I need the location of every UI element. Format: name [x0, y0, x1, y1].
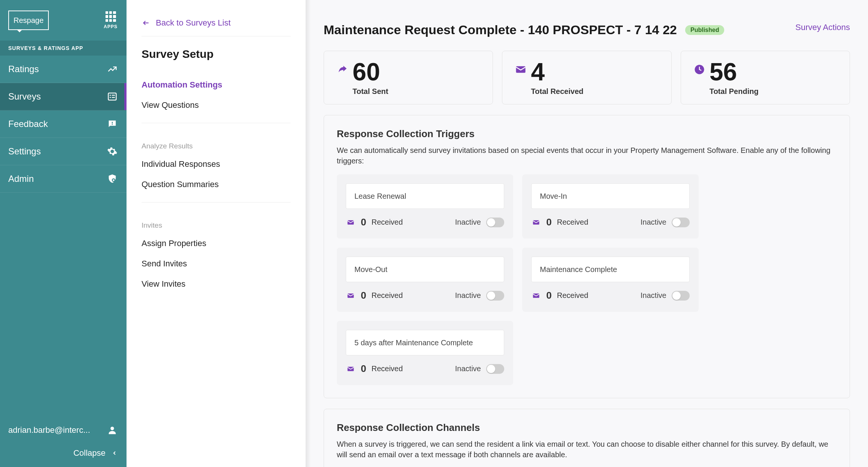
- triggers-section: Response Collection Triggers We can auto…: [324, 115, 850, 398]
- setup-panel: Back to Surveys List Survey Setup Automa…: [127, 0, 306, 467]
- section-label: SURVEYS & RATINGS APP: [0, 41, 127, 56]
- trigger-received-label: Received: [371, 218, 402, 227]
- clock-icon: [694, 64, 705, 75]
- apps-icon: [105, 11, 116, 22]
- trigger-title: Lease Renewal: [346, 183, 504, 209]
- gear-icon: [107, 146, 118, 157]
- trigger-status: Inactive: [640, 218, 666, 227]
- stat-pending-label: Total Pending: [710, 87, 837, 96]
- nav-feedback[interactable]: Feedback: [0, 110, 127, 138]
- nav-admin-label: Admin: [8, 174, 34, 184]
- trigger-title: 5 days after Maintenance Complete: [346, 330, 504, 355]
- nav-surveys-label: Surveys: [8, 91, 41, 102]
- stat-total-pending: 56 Total Pending: [681, 51, 850, 104]
- apps-label: APPS: [104, 24, 118, 29]
- share-icon: [337, 64, 348, 75]
- apps-button[interactable]: APPS: [104, 11, 118, 29]
- sidebar: Respage APPS SURVEYS & RATINGS APP Ratin…: [0, 0, 127, 467]
- mail-icon: [515, 64, 526, 75]
- status-badge: Published: [685, 25, 724, 35]
- mail-icon: [346, 219, 356, 226]
- trigger-count: 0: [361, 290, 366, 301]
- svg-point-8: [113, 179, 115, 181]
- trigger-card: Lease Renewal 0 Received Inactive: [337, 174, 513, 239]
- back-link[interactable]: Back to Surveys List: [142, 18, 291, 28]
- trigger-toggle[interactable]: [486, 291, 504, 301]
- back-link-label: Back to Surveys List: [156, 18, 231, 28]
- trigger-title: Move-In: [531, 183, 690, 209]
- setup-view-invites[interactable]: View Invites: [142, 274, 291, 294]
- trigger-count: 0: [546, 216, 552, 228]
- trigger-received-label: Received: [371, 364, 402, 373]
- setup-send-invites[interactable]: Send Invites: [142, 254, 291, 274]
- trigger-toggle[interactable]: [672, 218, 690, 227]
- setup-automation[interactable]: Automation Settings: [142, 75, 291, 95]
- trigger-toggle[interactable]: [486, 218, 504, 227]
- invites-heading: Invites: [142, 214, 291, 233]
- setup-view-questions[interactable]: View Questions: [142, 95, 291, 115]
- survey-actions-button[interactable]: Survey Actions: [795, 23, 850, 32]
- user-email: adrian.barbe@interc...: [8, 425, 90, 435]
- stat-pending-value: 56: [710, 59, 737, 84]
- trigger-received-label: Received: [371, 291, 402, 300]
- trigger-title: Move-Out: [346, 257, 504, 282]
- svg-point-9: [110, 427, 114, 430]
- trigger-card: Maintenance Complete 0 Received Inactive: [522, 248, 699, 312]
- nav-settings[interactable]: Settings: [0, 138, 127, 165]
- stat-sent-label: Total Sent: [353, 87, 480, 96]
- svg-rect-3: [110, 97, 111, 98]
- trigger-card: Move-In 0 Received Inactive: [522, 174, 699, 239]
- svg-rect-2: [112, 95, 115, 95]
- nav-feedback-label: Feedback: [8, 119, 48, 129]
- nav-surveys[interactable]: Surveys: [0, 83, 127, 110]
- trigger-card: 5 days after Maintenance Complete 0 Rece…: [337, 321, 513, 385]
- svg-rect-0: [108, 93, 116, 100]
- triggers-heading: Response Collection Triggers: [337, 128, 837, 140]
- chat-alert-icon: [107, 119, 118, 129]
- shield-gear-icon: [107, 174, 118, 184]
- stat-total-sent: 60 Total Sent: [324, 51, 493, 104]
- svg-rect-6: [112, 124, 113, 125]
- mail-icon: [531, 292, 541, 299]
- trigger-title: Maintenance Complete: [531, 257, 690, 282]
- collapse-label: Collapse: [73, 448, 105, 458]
- page-title: Maintenance Request Complete - 140 PROSP…: [324, 23, 677, 37]
- setup-assign-properties[interactable]: Assign Properties: [142, 233, 291, 254]
- mail-icon: [346, 292, 356, 299]
- stat-received-label: Total Received: [531, 87, 658, 96]
- stat-total-received: 4 Total Received: [502, 51, 671, 104]
- stat-sent-value: 60: [353, 59, 380, 84]
- mail-icon: [346, 365, 356, 373]
- trigger-received-label: Received: [557, 218, 588, 227]
- trigger-status: Inactive: [455, 291, 481, 300]
- channels-desc: When a survey is triggered, we can send …: [337, 439, 837, 460]
- trigger-toggle[interactable]: [486, 364, 504, 374]
- stat-received-value: 4: [531, 59, 545, 84]
- setup-question-summaries[interactable]: Question Summaries: [142, 174, 291, 195]
- user-row[interactable]: adrian.barbe@interc...: [0, 417, 127, 443]
- chevron-left-icon: [112, 449, 118, 458]
- svg-rect-1: [110, 95, 111, 95]
- panel-title: Survey Setup: [142, 48, 291, 60]
- arrow-left-icon: [142, 19, 151, 27]
- nav-ratings[interactable]: Ratings: [0, 56, 127, 83]
- trending-up-icon: [107, 64, 118, 74]
- analyze-heading: Analyze Results: [142, 135, 291, 154]
- channels-section: Response Collection Channels When a surv…: [324, 409, 850, 467]
- user-icon: [107, 425, 118, 435]
- channels-heading: Response Collection Channels: [337, 422, 837, 434]
- main-content: Maintenance Request Complete - 140 PROSP…: [306, 0, 868, 467]
- trigger-toggle[interactable]: [672, 291, 690, 301]
- brand-logo[interactable]: Respage: [8, 11, 49, 30]
- trigger-received-label: Received: [557, 291, 588, 300]
- trigger-status: Inactive: [640, 291, 666, 300]
- setup-individual-responses[interactable]: Individual Responses: [142, 154, 291, 174]
- trigger-count: 0: [546, 290, 552, 301]
- mail-icon: [531, 219, 541, 226]
- list-icon: [107, 91, 118, 102]
- nav-settings-label: Settings: [8, 146, 41, 157]
- nav-admin[interactable]: Admin: [0, 165, 127, 193]
- trigger-status: Inactive: [455, 218, 481, 227]
- collapse-button[interactable]: Collapse: [0, 443, 127, 467]
- triggers-desc: We can automatically send survey invitat…: [337, 145, 837, 166]
